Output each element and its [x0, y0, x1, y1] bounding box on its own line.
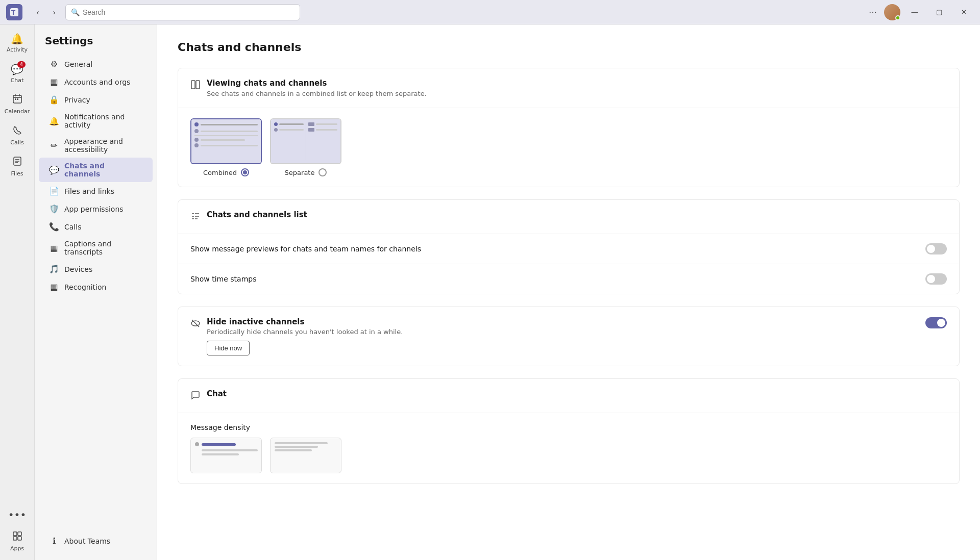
files-links-icon: 📄: [49, 186, 59, 196]
density-preview-2: [270, 438, 341, 473]
sidebar-item-calls[interactable]: Calls: [4, 121, 31, 150]
settings-nav-chats[interactable]: 💬 Chats and channels: [39, 158, 153, 182]
hide-channels-toggle[interactable]: [925, 317, 947, 328]
main-content: Chats and channels Viewing chats and cha…: [157, 24, 980, 560]
recognition-icon: ▦: [49, 282, 59, 292]
viewing-section-header: Viewing chats and channels See chats and…: [178, 68, 959, 108]
search-input[interactable]: [83, 8, 295, 16]
settings-nav-about[interactable]: ℹ️ About Teams: [39, 532, 153, 550]
message-previews-label: Show message previews for chats and team…: [190, 245, 925, 253]
settings-nav-privacy[interactable]: 🔒 Privacy: [39, 91, 153, 109]
notifications-label: Notifications and activity: [64, 113, 142, 129]
hide-channels-description: Periodically hide channels you haven't l…: [207, 328, 403, 336]
privacy-label: Privacy: [64, 96, 90, 104]
calendar-icon: [12, 94, 22, 107]
hide-channels-title: Hide inactive channels: [207, 317, 403, 326]
calendar-label: Calendar: [5, 108, 30, 115]
files-icon: [12, 156, 22, 169]
search-icon: 🔍: [71, 8, 80, 16]
titlebar-actions: ⋯ — ▢ ✕: [866, 4, 974, 20]
search-bar[interactable]: 🔍: [65, 4, 300, 20]
sidebar-item-apps[interactable]: Apps: [4, 527, 31, 556]
accounts-icon: ▦: [49, 77, 59, 87]
page-title: Chats and channels: [178, 41, 960, 54]
sidebar-item-files[interactable]: Files: [4, 152, 31, 181]
settings-nav-calls[interactable]: 📞 Calls: [39, 218, 153, 236]
chat-section-text: Chat: [207, 389, 227, 400]
activity-label: Activity: [7, 46, 28, 53]
app-body: 🔔 Activity 💬 4 Chat Calendar: [0, 24, 980, 560]
list-icon: [190, 211, 201, 223]
message-previews-toggle[interactable]: [925, 243, 947, 254]
chat-section: Chat Message density: [178, 378, 960, 484]
sidebar-item-calendar[interactable]: Calendar: [4, 90, 31, 119]
calls-settings-label: Calls: [64, 223, 81, 231]
viewing-section: Viewing chats and channels See chats and…: [178, 68, 960, 187]
forward-button[interactable]: ›: [47, 5, 61, 19]
hide-channels-body: Hide inactive channels Periodically hide…: [178, 307, 959, 366]
maximize-button[interactable]: ▢: [929, 4, 949, 20]
chat-icon: 💬 4: [11, 63, 23, 75]
separate-option[interactable]: Separate: [270, 118, 341, 176]
captions-label: Captions and transcripts: [64, 240, 142, 256]
hide-now-button[interactable]: Hide now: [207, 341, 250, 355]
devices-label: Devices: [64, 265, 92, 273]
svg-rect-17: [196, 81, 200, 89]
density-option-1[interactable]: [190, 438, 262, 473]
settings-nav-recognition[interactable]: ▦ Recognition: [39, 278, 153, 296]
combined-label: Combined: [203, 169, 237, 176]
sidebar-item-more[interactable]: •••: [4, 504, 31, 525]
close-button[interactable]: ✕: [953, 4, 974, 20]
app-permissions-icon: 🛡️: [49, 204, 59, 214]
minimize-button[interactable]: —: [904, 4, 925, 20]
hide-channels-icon: [190, 318, 201, 355]
separate-radio[interactable]: [318, 168, 327, 176]
general-icon: ⚙️: [49, 59, 59, 69]
message-previews-row: Show message previews for chats and team…: [178, 234, 959, 264]
chat-section-title: Chat: [207, 389, 227, 398]
combined-option[interactable]: Combined: [190, 118, 262, 176]
timestamps-toggle[interactable]: [925, 273, 947, 285]
svg-rect-14: [13, 537, 17, 540]
settings-nav-files[interactable]: 📄 Files and links: [39, 182, 153, 200]
chat-label: Chat: [11, 77, 24, 84]
hide-channels-text: Hide inactive channels Periodically hide…: [207, 317, 403, 355]
settings-nav-app-permissions[interactable]: 🛡️ App permissions: [39, 200, 153, 218]
left-rail: 🔔 Activity 💬 4 Chat Calendar: [0, 24, 35, 560]
settings-nav-devices[interactable]: 🎵 Devices: [39, 260, 153, 278]
accounts-label: Accounts and orgs: [64, 78, 130, 86]
general-label: General: [64, 60, 92, 68]
settings-nav-appearance[interactable]: ✏️ Appearance and accessibility: [39, 133, 153, 158]
privacy-icon: 🔒: [49, 95, 59, 105]
viewing-description: See chats and channels in a combined lis…: [207, 90, 427, 97]
avatar-container: [884, 4, 900, 20]
list-title: Chats and channels list: [207, 210, 307, 219]
viewing-icon: [190, 80, 201, 92]
density-previews: [190, 438, 947, 473]
density-option-2[interactable]: [270, 438, 341, 473]
hide-channels-section: Hide inactive channels Periodically hide…: [178, 307, 960, 366]
combined-radio[interactable]: [241, 168, 249, 176]
settings-nav-accounts[interactable]: ▦ Accounts and orgs: [39, 73, 153, 91]
apps-label: Apps: [10, 545, 24, 552]
appearance-icon: ✏️: [49, 141, 59, 150]
about-label: About Teams: [64, 537, 110, 545]
density-label: Message density: [190, 423, 947, 431]
sidebar-item-chat[interactable]: 💬 4 Chat: [4, 59, 31, 88]
svg-rect-7: [17, 98, 18, 100]
back-button[interactable]: ‹: [31, 5, 45, 19]
chat-badge: 4: [17, 61, 26, 68]
settings-nav-general[interactable]: ⚙️ General: [39, 55, 153, 73]
files-label: Files: [11, 170, 23, 177]
avatar-status: [895, 15, 900, 20]
timestamps-label: Show time stamps: [190, 275, 925, 283]
app-permissions-label: App permissions: [64, 205, 124, 213]
settings-nav-notifications[interactable]: 🔔 Notifications and activity: [39, 109, 153, 133]
settings-nav-captions[interactable]: ▦ Captions and transcripts: [39, 236, 153, 260]
notifications-icon: 🔔: [49, 116, 59, 126]
ellipsis-button[interactable]: ⋯: [866, 5, 880, 19]
sidebar-item-activity[interactable]: 🔔 Activity: [4, 29, 31, 57]
recognition-label: Recognition: [64, 283, 106, 291]
files-links-label: Files and links: [64, 187, 114, 195]
calls-icon: [12, 125, 22, 138]
